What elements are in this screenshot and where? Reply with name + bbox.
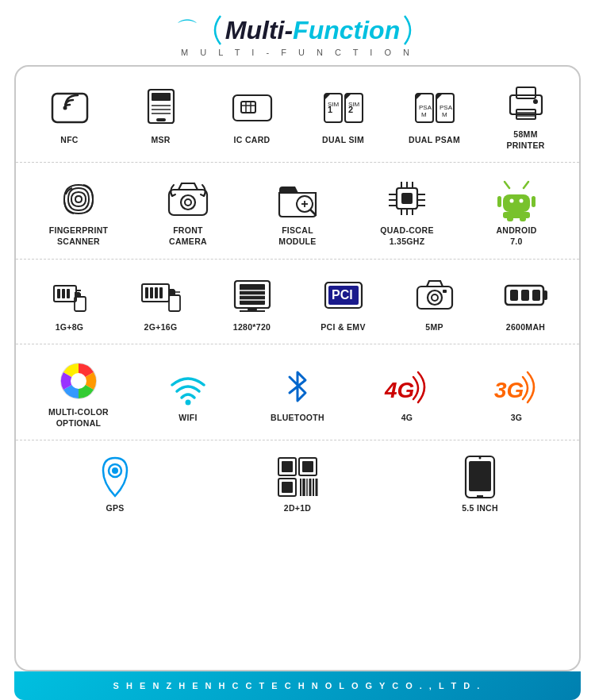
svg-point-103 [186,399,191,405]
bracket-left: ⌒ [176,15,198,45]
svg-rect-61 [503,212,530,218]
quad-core-label: QUAD-CORE1.35GHZ [380,225,433,247]
feature-1g8g: 1G+8G [24,274,115,333]
bluetooth-icon [274,364,321,408]
fiscal-module-label: FISCALMODULE [278,225,316,247]
feature-row-4: MULTI-COLOROPTIONAL WIFI [16,344,579,440]
feature-nfc: NFC [24,87,115,146]
svg-point-94 [432,294,438,301]
svg-rect-111 [302,461,313,472]
front-camera-label: FRONTCAMERA [169,225,207,247]
front-camera-icon [164,177,212,221]
msr-label: MSR [151,135,170,146]
pci-emv-icon: PCI [320,274,367,317]
svg-text:M: M [421,111,427,118]
inch55-icon [456,455,504,498]
svg-marker-18 [345,94,351,100]
dual-psam-label: DUAL PSAM [409,135,460,146]
inch55-label: 5.5 INCH [462,503,498,514]
android-icon [493,177,540,221]
feature-battery: 2600MAH [480,274,571,333]
resolution-label: 1280*720 [233,322,271,333]
main-box: NFC MSR [14,65,581,671]
svg-rect-67 [57,289,60,298]
feature-2g16g: 2G+16G [115,274,206,333]
svg-marker-73 [75,292,81,297]
battery-label: 2600MAH [506,322,545,333]
header-subtitle: M U L T I - F U N C T I O N [0,48,595,57]
svg-point-37 [185,199,191,206]
svg-text:SIM: SIM [348,101,360,108]
svg-rect-56 [503,194,530,212]
camera-icon [411,274,459,317]
feature-ic-card: IC CARD [206,87,298,146]
ic-card-label: IC CARD [234,135,271,146]
svg-rect-64 [507,217,513,221]
ram-large-icon [137,274,185,317]
svg-rect-100 [532,290,540,301]
footer-text: S H E N Z H E N H C C T E C H N O L O G … [113,681,482,690]
svg-rect-121 [469,461,491,491]
feature-row-3: 1G+8G 2G+16G [16,260,579,345]
printer-label: 58MMPRINTER [506,129,544,151]
ram-small-icon [46,274,94,317]
footer: S H E N Z H E N H C C T E C H N O L O G … [14,671,581,700]
svg-line-58 [524,182,528,188]
bracket-right-svg [401,14,419,46]
fingerprint-icon [55,177,102,221]
dual-sim-icon: 1 SIM 2 SIM [320,87,367,130]
feature-dual-sim: 1 SIM 2 SIM DUAL SIM [298,87,389,146]
fingerprint-label: FINGERPRINTSCANNER [49,225,108,247]
feature-bluetooth: BLUETOOTH [243,364,352,424]
svg-rect-79 [169,295,180,311]
nfc-label: NFC [60,135,78,146]
svg-rect-109 [282,461,293,472]
svg-point-36 [181,195,195,210]
feature-msr: MSR [115,87,206,146]
feature-row-2: FINGERPRINTSCANNER [16,163,579,259]
pci-emv-label: PCI & EMV [321,322,365,333]
gps-label: GPS [106,503,124,514]
svg-rect-83 [240,284,265,305]
feature-gps: GPS [52,455,178,514]
svg-text:3G: 3G [494,378,524,402]
svg-point-107 [112,467,118,474]
page-title: Multi-Function [225,16,400,45]
svg-point-93 [428,290,442,305]
svg-rect-62 [497,196,501,207]
feature-3g: 3G 3G [462,364,571,424]
svg-rect-68 [62,289,65,298]
bluetooth-label: BLUETOOTH [271,413,324,424]
header: ⌒ Multi-Function M U L T I - F U N C T I… [0,0,595,65]
svg-point-34 [533,99,538,104]
svg-marker-14 [324,94,331,100]
svg-point-124 [479,456,482,459]
svg-marker-22 [416,94,422,100]
svg-rect-78 [159,287,163,298]
feature-front-camera: FRONTCAMERA [133,177,243,247]
svg-rect-77 [155,287,158,298]
svg-point-59 [510,198,514,202]
3g-icon: 3G [493,364,540,408]
feature-fiscal-module: FISCALMODULE [243,177,352,247]
svg-rect-65 [520,217,526,221]
feature-2d1d: 2D+1D [234,455,361,514]
svg-text:PSA: PSA [440,104,453,111]
printer-icon [502,81,550,125]
2d1d-icon [274,455,321,498]
svg-rect-3 [152,93,171,101]
2g16g-label: 2G+16G [144,322,178,333]
dual-psam-icon: PSA M PSA M [411,87,459,130]
svg-rect-30 [516,87,536,98]
svg-rect-113 [282,482,293,493]
fiscal-module-icon [274,177,321,221]
svg-point-102 [71,373,86,389]
5mp-label: 5MP [425,322,443,333]
svg-marker-26 [436,94,443,100]
svg-text:4G: 4G [384,378,414,402]
feature-5mp: 5MP [389,274,480,333]
feature-android: ANDROID7.0 [462,177,571,247]
bracket-left-svg [206,14,224,46]
feature-wifi: WIFI [133,364,243,424]
svg-rect-63 [532,196,536,207]
